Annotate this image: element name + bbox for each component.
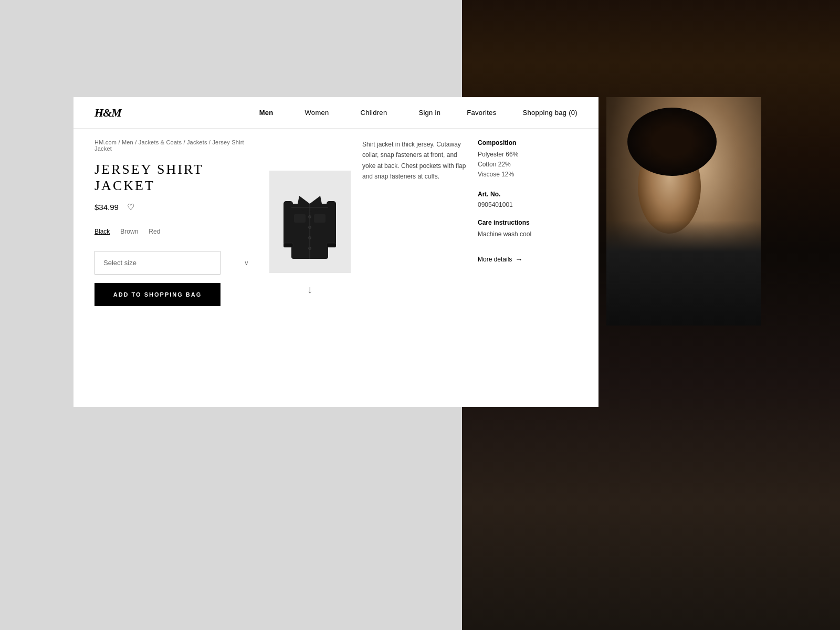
product-thumbnail [269, 171, 351, 273]
svg-rect-9 [327, 201, 336, 246]
color-brown[interactable]: Brown [120, 228, 138, 235]
svg-rect-11 [314, 214, 326, 223]
nav-item-women[interactable]: Women [305, 109, 329, 117]
price-row: $34.99 ♡ [94, 202, 257, 212]
care-value: Machine wash cool [478, 229, 578, 239]
size-selector[interactable]: Select size XS S M L XL XXL [94, 251, 257, 275]
product-page-card: H&M Men Women Children Sign in Favorites… [74, 97, 598, 407]
composition-viscose: Viscose 12% [478, 170, 578, 180]
product-price: $34.99 [94, 203, 119, 212]
art-number-value: 0905401001 [478, 201, 578, 208]
art-number-title: Art. No. [478, 191, 578, 198]
more-details-link[interactable]: More details → [478, 255, 578, 264]
product-details-column: Composition Polyester 66% Cotton 22% Vis… [467, 139, 578, 396]
product-hero-image [606, 97, 761, 326]
composition-section: Composition Polyester 66% Cotton 22% Vis… [478, 139, 578, 180]
svg-rect-10 [294, 214, 306, 223]
product-hero-img-inner [606, 97, 761, 326]
svg-point-5 [309, 226, 311, 228]
svg-point-4 [309, 215, 311, 218]
hero-model-hair [627, 108, 717, 176]
nav-favorites[interactable]: Favorites [467, 109, 496, 117]
svg-marker-1 [297, 196, 310, 212]
product-info-column: HM.com / Men / Jackets & Coats / Jackets… [94, 139, 257, 396]
nav-menu: Men Women Children [259, 109, 387, 117]
more-details-label: More details [478, 256, 512, 263]
more-details-arrow-icon: → [515, 255, 522, 264]
svg-point-7 [309, 247, 311, 249]
jacket-illustration [284, 180, 336, 264]
wishlist-heart-icon[interactable]: ♡ [127, 202, 134, 212]
product-title: Jersey Shirt Jacket [94, 161, 257, 194]
nav-sign-in[interactable]: Sign in [418, 109, 440, 117]
composition-title: Composition [478, 139, 578, 146]
care-instructions-section: Care instructions Machine wash cool [478, 219, 578, 239]
color-red[interactable]: Red [149, 228, 160, 235]
composition-polyester: Polyester 66% [478, 150, 578, 160]
svg-rect-8 [284, 201, 293, 246]
nav-right-items: Sign in Favorites Shopping bag (0) [418, 109, 578, 117]
composition-cotton: Cotton 22% [478, 160, 578, 170]
nav-item-men[interactable]: Men [259, 109, 274, 117]
hero-model-jacket [606, 220, 761, 326]
breadcrumb: HM.com / Men / Jackets & Coats / Jackets… [94, 139, 257, 152]
nav-shopping-bag[interactable]: Shopping bag (0) [522, 109, 578, 117]
hm-logo[interactable]: H&M [94, 106, 121, 120]
main-content-area: HM.com / Men / Jackets & Coats / Jackets… [74, 129, 598, 407]
product-description-column: Shirt jacket in thick jersey. Cutaway co… [362, 139, 467, 396]
color-black[interactable]: Black [94, 228, 110, 235]
size-dropdown[interactable]: Select size XS S M L XL XXL [94, 251, 220, 275]
nav-item-children[interactable]: Children [361, 109, 387, 117]
scroll-down-arrow: ↓ [307, 284, 312, 296]
product-description-text: Shirt jacket in thick jersey. Cutaway co… [362, 139, 467, 182]
product-image-column: ↓ [257, 139, 362, 396]
art-number-section: Art. No. 0905401001 [478, 191, 578, 208]
svg-rect-14 [327, 243, 336, 247]
navigation-bar: H&M Men Women Children Sign in Favorites… [74, 97, 598, 129]
svg-rect-13 [284, 243, 293, 247]
svg-marker-2 [310, 196, 323, 212]
color-options: Black Brown Red [94, 228, 257, 235]
care-title: Care instructions [478, 219, 578, 226]
add-to-shopping-bag-button[interactable]: ADD TO SHOPPING BAG [94, 283, 220, 306]
svg-point-6 [309, 236, 311, 239]
